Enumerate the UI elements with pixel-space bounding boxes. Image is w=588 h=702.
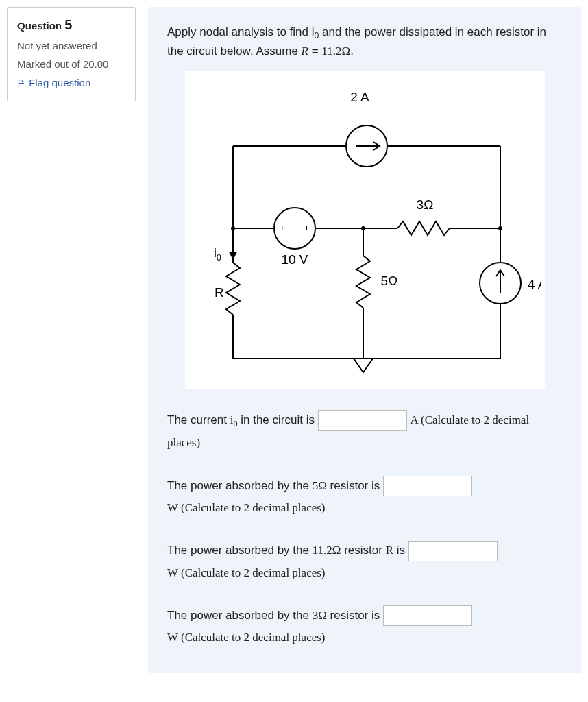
- flag-icon: [17, 78, 26, 90]
- ans4-pre: The power absorbed by the: [167, 609, 313, 622]
- label-2A: 2 A: [350, 90, 369, 104]
- question-prompt: Apply nodal analysis to find i0 and the …: [167, 23, 562, 61]
- question-info-panel: Question 5 Not yet answered Marked out o…: [7, 7, 136, 101]
- ans4-mid: resistor is: [327, 609, 383, 622]
- prompt-R-sym: R: [302, 45, 308, 58]
- svg-point-22: [361, 226, 365, 230]
- prompt-period: .: [350, 45, 354, 58]
- question-label: Question: [17, 20, 62, 32]
- prompt-eq: =: [308, 45, 321, 58]
- ans2-mid: resistor is: [327, 479, 383, 492]
- vsrc-minus: ı: [306, 223, 308, 231]
- ans3-input[interactable]: [408, 541, 498, 561]
- ans2-ohm: Ω: [318, 479, 327, 492]
- ans3-mid: resistor: [341, 544, 385, 557]
- ans1-mid: in the circuit is: [238, 413, 318, 426]
- ans2-input[interactable]: [383, 476, 472, 496]
- answer-1: The current i0 in the circuit is A (Calc…: [167, 409, 562, 455]
- vsrc-plus: +: [280, 223, 285, 233]
- ans4-tail: W (Calculate to 2 decimal places): [167, 631, 326, 644]
- ans1-input[interactable]: [318, 410, 407, 431]
- label-3ohm: 3Ω: [416, 197, 433, 212]
- ans3-R: R: [386, 544, 393, 557]
- label-10V: 10 V: [281, 252, 308, 267]
- ans4-input[interactable]: [383, 605, 472, 626]
- ans3-pre: The power absorbed by the: [167, 544, 313, 557]
- flag-question-text: Flag question: [29, 77, 90, 88]
- prompt-text-a: Apply nodal analysis to find i: [167, 25, 315, 38]
- ans2-pre: The power absorbed by the: [167, 479, 313, 492]
- svg-point-21: [231, 226, 235, 230]
- prompt-ohm: Ω: [341, 45, 350, 58]
- label-R: R: [215, 285, 224, 300]
- label-4A: 4 A: [528, 277, 541, 291]
- flag-question-link[interactable]: Flag question: [17, 77, 125, 90]
- ans3-tail: W (Calculate to 2 decimal places): [167, 566, 326, 579]
- question-content-panel: Apply nodal analysis to find i0 and the …: [148, 7, 581, 673]
- label-i0: i0: [214, 246, 221, 263]
- question-heading: Question 5: [17, 17, 125, 33]
- ans3-mid2: is: [393, 544, 408, 557]
- prompt-R-val: 11.2: [321, 45, 341, 58]
- ans4-val: 3: [313, 609, 319, 622]
- circuit-diagram: + ı 2 A 10 V 3Ω 5Ω R i0 4 A: [185, 71, 545, 389]
- question-number: 5: [64, 17, 72, 32]
- question-marks: Marked out of 20.00: [17, 58, 125, 70]
- answer-2: The power absorbed by the 5Ω resistor is…: [167, 475, 562, 520]
- question-status: Not yet answered: [17, 40, 125, 51]
- svg-point-23: [498, 226, 502, 230]
- ans1-pre: The current: [167, 413, 230, 426]
- ans2-val: 5: [313, 479, 319, 492]
- svg-marker-19: [354, 359, 373, 372]
- ans2-tail: W (Calculate to 2 decimal places): [167, 501, 326, 514]
- answer-3: The power absorbed by the 11.2Ω resistor…: [167, 540, 562, 584]
- ans3-val: 11.2: [313, 544, 332, 557]
- answer-4: The power absorbed by the 3Ω resistor is…: [167, 605, 562, 649]
- ans3-ohm: Ω: [332, 544, 341, 557]
- label-5ohm: 5Ω: [380, 274, 397, 288]
- ans4-ohm: Ω: [318, 609, 327, 622]
